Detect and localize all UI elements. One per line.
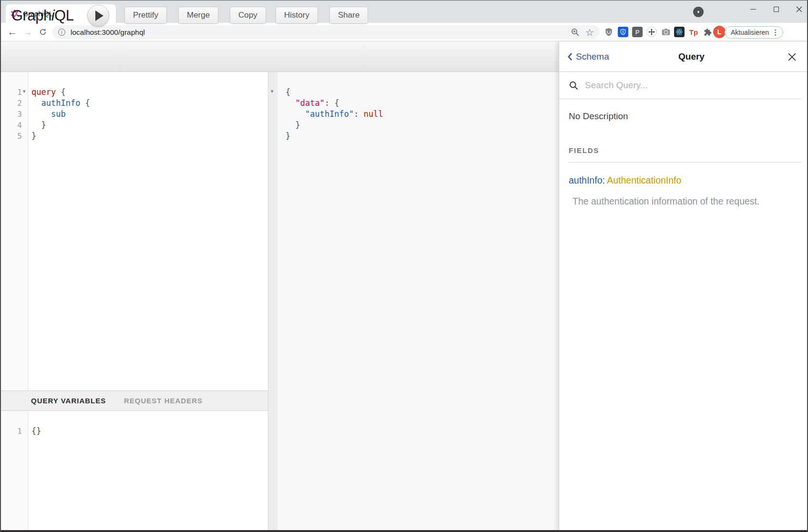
maximize-icon [774,7,779,12]
merge-button[interactable]: Merge [178,7,218,24]
back-button[interactable]: ← [6,25,19,39]
url-text[interactable]: localhost:3000/graphql [71,28,571,37]
site-info-icon[interactable]: i [58,29,65,36]
prettify-button[interactable]: Prettify [124,7,167,24]
bitwarden-extension-icon[interactable] [617,26,629,38]
code-line: } [286,131,383,142]
field-type-link[interactable]: AuthenticationInfo [607,175,681,185]
code-line: } [286,120,383,131]
p-extension-icon[interactable]: P [632,26,643,38]
ublock-extension-icon[interactable] [603,26,614,38]
field-description: The authentication information of the re… [573,196,797,207]
omnibox[interactable]: i localhost:3000/graphql ☆ [52,25,600,39]
docs-search-row [559,72,801,99]
crosshair-extension-icon[interactable] [646,26,657,38]
kebab-menu-icon[interactable]: ⋮ [772,28,779,37]
reload-button[interactable] [36,25,50,39]
update-button[interactable]: Aktualisieren ⋮ [725,26,783,39]
profile-menu-button[interactable]: ▼ [693,7,704,17]
bookmark-star-icon[interactable]: ☆ [585,27,594,38]
docs-header: Schema Query [559,41,808,72]
code-line: {} [31,426,41,437]
fold-arrow-icon[interactable]: ▾ [23,88,26,94]
variables-line-numbers: 1 [1,426,22,437]
play-icon [95,10,103,21]
close-icon [787,52,797,62]
share-button[interactable]: Share [329,7,368,24]
maximize-button[interactable] [766,0,787,18]
tab-query-variables[interactable]: QUERY VARIABLES [31,391,106,410]
minimize-icon [750,9,756,10]
react-devtools-extension-icon[interactable] [674,26,685,38]
variables-code[interactable]: {} [31,426,41,437]
close-icon [796,6,802,12]
profile-avatar[interactable]: L [713,26,726,38]
update-button-label: Aktualisieren [731,29,769,36]
camera-extension-icon[interactable] [660,26,672,38]
code-line: } [31,120,90,131]
query-line-numbers: 1 2 3 4 5 [1,87,22,142]
field-name-link[interactable]: authInfo [569,175,602,185]
editor-drag-divider[interactable]: ▾ [268,72,277,531]
variables-tab-bar: QUERY VARIABLES REQUEST HEADERS [1,390,268,411]
zoom-icon[interactable] [571,28,580,37]
graphiql-logo: GraphiQL [11,7,73,24]
fields-divider [569,162,801,163]
docs-back-link[interactable]: Schema [567,51,609,62]
docs-title: Query [678,41,705,72]
forward-button[interactable]: → [21,25,34,39]
minimize-button[interactable] [743,0,764,18]
query-code[interactable]: query { authInfo { sub } } [31,87,90,142]
chevron-down-icon: ▼ [696,10,700,14]
docs-panel: Schema Query No Description FIELDS authI… [559,41,808,531]
extensions-puzzle-icon[interactable] [701,26,713,38]
tab-request-headers[interactable]: REQUEST HEADERS [124,391,203,410]
query-editor[interactable]: 1 2 3 4 5 ▾ query { authInfo { sub } } [1,72,268,390]
code-line: query { [31,87,90,98]
field-separator: : [602,175,604,185]
no-description-text: No Description [569,111,798,122]
docs-search-input[interactable] [585,80,766,91]
field-row: authInfo: AuthenticationInfo [569,175,798,186]
code-line: authInfo { [31,98,90,109]
execute-button[interactable] [87,5,109,27]
docs-close-button[interactable] [786,51,798,62]
docs-back-label: Schema [576,51,609,62]
code-line: "data": { [286,98,383,109]
browser-titlebar: GraphiQL + ▼ [1,0,807,23]
fields-heading: FIELDS [569,146,798,154]
browser-window: GraphiQL + ▼ ← → i localhost:3000/graphq… [0,0,808,532]
graphiql-topbar [1,41,559,72]
variables-editor[interactable]: 1 {} [1,411,268,531]
copy-button[interactable]: Copy [230,7,266,24]
close-window-button[interactable] [788,0,808,18]
result-viewer[interactable]: { "data": { "authInfo": null } } [277,72,559,531]
fold-arrow-icon[interactable]: ▾ [271,88,274,94]
code-line: } [31,131,90,142]
code-line: "authInfo": null [286,109,383,120]
history-button[interactable]: History [276,7,318,24]
code-line: { [286,87,383,98]
tp-extension-icon[interactable]: Tp [688,26,699,38]
search-icon [569,81,579,91]
chevron-left-icon [567,52,573,61]
code-line: sub [31,109,90,120]
reload-icon [39,28,47,36]
result-code: { "data": { "authInfo": null } } [286,87,383,142]
